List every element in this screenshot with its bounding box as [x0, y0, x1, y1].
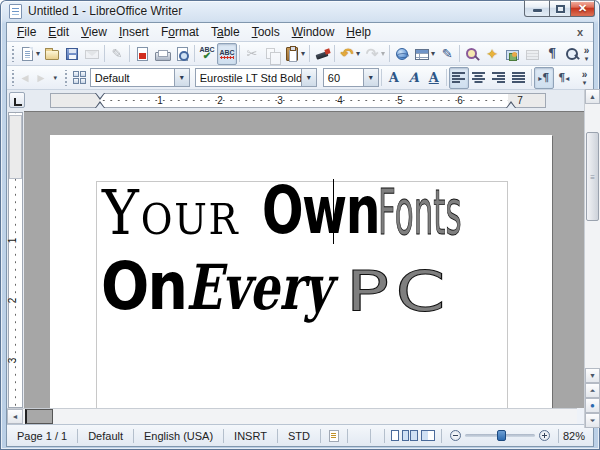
doc-text-your[interactable]: Your: [102, 182, 240, 244]
right-indent-marker[interactable]: [506, 101, 516, 108]
menu-insert[interactable]: Insert: [113, 24, 155, 40]
zoom-in-button[interactable]: [539, 430, 550, 441]
zoom-out-button[interactable]: [450, 430, 461, 441]
data-sources-button[interactable]: [522, 43, 542, 65]
zoom-slider-thumb[interactable]: [497, 430, 506, 441]
status-language[interactable]: English (USA): [134, 430, 223, 442]
align-center-button[interactable]: [469, 67, 489, 89]
doc-text-own[interactable]: Own: [262, 178, 379, 244]
single-page-view-button[interactable]: [391, 430, 399, 441]
copy-button[interactable]: [262, 43, 282, 65]
cut-button[interactable]: ✂: [242, 43, 262, 65]
menu-file[interactable]: File: [11, 24, 42, 40]
draw-functions-button[interactable]: ✎: [437, 43, 457, 65]
tab-stop-selector[interactable]: [9, 92, 25, 108]
navigation-overflow-button[interactable]: ▾: [49, 74, 62, 81]
justify-button[interactable]: [509, 67, 529, 89]
status-insert-mode[interactable]: INSRT: [224, 430, 277, 442]
auto-spellcheck-button[interactable]: ABC: [217, 43, 237, 65]
gallery-button[interactable]: [502, 43, 522, 65]
spellcheck-button[interactable]: ABC✔: [197, 43, 217, 65]
toolbar-overflow-button[interactable]: »▾: [578, 70, 591, 86]
font-size-dropdown[interactable]: ▾: [363, 69, 378, 86]
horizontal-ruler[interactable]: 1 2 3 4 5 6 7: [50, 93, 546, 108]
paste-button[interactable]: ▾: [282, 43, 307, 65]
toolbar-overflow-button[interactable]: »▾: [582, 46, 591, 62]
multi-page-view-button[interactable]: [402, 430, 418, 441]
hanging-indent-marker[interactable]: [95, 101, 105, 108]
vertical-ruler[interactable]: 1 2 3: [7, 111, 24, 408]
menu-format[interactable]: Format: [155, 24, 205, 40]
email-button[interactable]: [82, 43, 102, 65]
back-button[interactable]: ◄: [17, 67, 33, 89]
format-paintbrush-button[interactable]: [312, 43, 332, 65]
close-button[interactable]: ✕: [570, 0, 595, 17]
doc-text-every[interactable]: Every: [186, 257, 331, 319]
hyperlink-button[interactable]: [392, 43, 412, 65]
underline-button[interactable]: A: [424, 67, 444, 89]
toolbar-grip[interactable]: [10, 70, 16, 86]
scroll-up-button[interactable]: ▲: [585, 89, 600, 104]
menu-tools[interactable]: Tools: [246, 24, 286, 40]
zoom-button[interactable]: [562, 43, 582, 65]
title-bar[interactable]: Untitled 1 - LibreOffice Writer ✕: [0, 0, 600, 22]
new-document-button[interactable]: ▾: [17, 43, 42, 65]
toolbar-grip[interactable]: [63, 70, 69, 86]
insert-table-button[interactable]: ▾: [412, 43, 437, 65]
print-button[interactable]: [152, 43, 172, 65]
paragraph-style-dropdown[interactable]: ▾: [174, 69, 189, 86]
next-page-button[interactable]: ⏷: [585, 413, 600, 428]
menu-table[interactable]: Table: [205, 24, 246, 40]
export-pdf-button[interactable]: [132, 43, 152, 65]
align-left-button[interactable]: [449, 67, 469, 89]
font-name-combobox[interactable]: Eurostile LT Std Bold▾: [195, 68, 317, 87]
font-size-combobox[interactable]: 60▾: [323, 68, 379, 87]
navigator-button[interactable]: ✦: [482, 43, 502, 65]
document-modified-icon[interactable]: [329, 430, 339, 442]
left-to-right-button[interactable]: ▸¶: [534, 67, 554, 89]
forward-button[interactable]: ►: [33, 67, 49, 89]
first-line-indent-marker[interactable]: [95, 93, 105, 100]
menu-view[interactable]: View: [75, 24, 113, 40]
vertical-scrollbar-track[interactable]: [585, 104, 600, 368]
horizontal-scrollbar-thumb[interactable]: [25, 409, 53, 424]
previous-page-button[interactable]: ⏶: [585, 383, 600, 398]
right-to-left-button[interactable]: ¶◂: [554, 67, 574, 89]
toolbar-grip[interactable]: [10, 46, 16, 62]
formatting-marks-button[interactable]: ¶: [542, 43, 562, 65]
italic-button[interactable]: A: [404, 67, 424, 89]
save-button[interactable]: [62, 43, 82, 65]
zoom-percentage[interactable]: 82%: [559, 430, 593, 442]
find-replace-button[interactable]: [462, 43, 482, 65]
doc-text-fonts[interactable]: Fonts: [378, 182, 462, 244]
status-page-number[interactable]: Page 1 / 1: [7, 430, 77, 442]
maximize-button[interactable]: [549, 0, 571, 17]
vertical-scrollbar[interactable]: ▲ ▼ ⏶ ● ⏷: [584, 89, 600, 428]
zoom-slider[interactable]: [465, 434, 535, 437]
doc-text-pc[interactable]: PC: [346, 264, 452, 319]
open-button[interactable]: [42, 43, 62, 65]
edit-file-button[interactable]: ✎: [107, 43, 127, 65]
paragraph-style-combobox[interactable]: Default▾: [90, 68, 190, 87]
font-name-dropdown[interactable]: ▾: [301, 69, 316, 86]
bold-button[interactable]: A: [384, 67, 404, 89]
print-preview-button[interactable]: [172, 43, 192, 65]
book-view-button[interactable]: [421, 430, 435, 441]
redo-button[interactable]: ↷▾: [362, 43, 387, 65]
align-right-button[interactable]: [489, 67, 509, 89]
scroll-left-button[interactable]: ◄: [7, 409, 23, 424]
scroll-down-button[interactable]: ▼: [585, 368, 600, 383]
undo-button[interactable]: ↶▾: [337, 43, 362, 65]
doc-text-on[interactable]: On: [101, 254, 186, 320]
minimize-button[interactable]: [524, 0, 550, 17]
document-page[interactable]: Your Own Fonts On Every PC: [50, 135, 552, 408]
navigation-button[interactable]: ●: [585, 398, 600, 413]
vertical-scrollbar-thumb[interactable]: [586, 132, 599, 221]
menu-help[interactable]: Help: [340, 24, 377, 40]
status-page-style[interactable]: Default: [78, 430, 133, 442]
styles-and-formatting-button[interactable]: [70, 67, 90, 89]
horizontal-scrollbar[interactable]: ◄: [7, 408, 577, 424]
status-selection-mode[interactable]: STD: [278, 430, 320, 442]
close-document-button[interactable]: x: [571, 26, 589, 38]
menu-edit[interactable]: Edit: [42, 24, 75, 40]
